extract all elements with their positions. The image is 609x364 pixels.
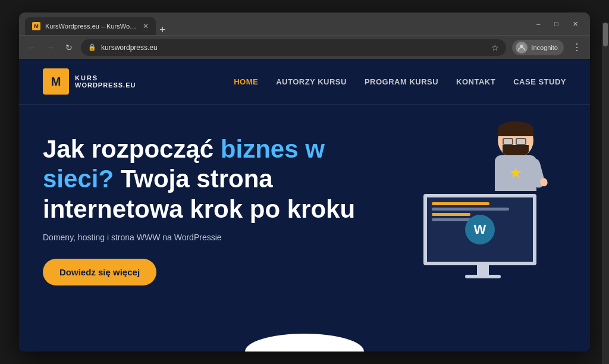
code-line-2 xyxy=(432,208,509,211)
refresh-button[interactable]: ↻ xyxy=(63,40,75,55)
logo[interactable]: M KURS WORDPRESS.EU xyxy=(43,68,136,95)
monitor-base xyxy=(465,275,501,278)
bottom-arc xyxy=(245,334,364,352)
logo-kurs: KURS xyxy=(75,74,136,81)
title-bar: M KursWordpress.eu – KursWordpr... ✕ + –… xyxy=(19,12,590,35)
url-bar[interactable]: 🔒 kurswordpress.eu ☆ xyxy=(81,39,506,56)
hero-subtext: Domeny, hosting i strona WWW na WordPres… xyxy=(43,233,376,242)
tab-strip: M KursWordpress.eu – KursWordpr... ✕ + xyxy=(25,12,526,35)
code-line-1 xyxy=(432,202,489,205)
nav-autorzy[interactable]: AUTORZY KURSU xyxy=(276,77,347,86)
hero-heading-part1: Jak rozpocząć xyxy=(43,135,221,163)
maximize-button[interactable]: □ xyxy=(548,18,564,30)
hero-heading: Jak rozpocząć biznes w sieci? Twoja stro… xyxy=(43,134,376,224)
site-nav: HOME AUTORZY KURSU PROGRAM KURSU KONTAKT… xyxy=(234,77,566,86)
site-header: M KURS WORDPRESS.EU HOME AUTORZY KURSU P… xyxy=(19,59,590,105)
url-text: kurswordpress.eu xyxy=(101,43,158,52)
logo-text: KURS WORDPRESS.EU xyxy=(75,74,136,89)
logo-wp: WORDPRESS.EU xyxy=(75,81,136,89)
hero-illustration: W xyxy=(376,123,554,289)
lock-icon: 🔒 xyxy=(88,43,96,51)
cta-button[interactable]: Dowiedz się więcej xyxy=(43,259,156,285)
address-bar: ← → ↻ 🔒 kurswordpress.eu ☆ Incognito ⋮ xyxy=(19,35,590,59)
website-content: M KURS WORDPRESS.EU HOME AUTORZY KURSU P… xyxy=(19,59,590,352)
wordpress-logo: W xyxy=(465,215,495,244)
incognito-label: Incognito xyxy=(531,44,558,51)
hero-section: Jak rozpocząć biznes w sieci? Twoja stro… xyxy=(19,105,590,352)
incognito-avatar xyxy=(516,42,528,54)
tab-title: KursWordpress.eu – KursWordpr... xyxy=(45,23,138,30)
nav-case-study[interactable]: CASE STUDY xyxy=(513,77,566,86)
glass-left xyxy=(503,138,513,145)
monitor: W xyxy=(423,194,542,283)
incognito-button[interactable]: Incognito xyxy=(512,40,564,55)
character-star xyxy=(510,167,522,179)
hero-text: Jak rozpocząć biznes w sieci? Twoja stro… xyxy=(43,128,376,285)
nav-program[interactable]: PROGRAM KURSU xyxy=(365,77,438,86)
character-head xyxy=(498,123,533,158)
code-line-3 xyxy=(432,213,470,216)
back-button[interactable]: ← xyxy=(25,41,38,54)
close-button[interactable]: ✕ xyxy=(567,18,584,30)
browser-menu-button[interactable]: ⋮ xyxy=(570,39,584,55)
character-hair xyxy=(498,121,533,136)
bookmark-icon[interactable]: ☆ xyxy=(491,43,499,52)
nav-kontakt[interactable]: KONTAKT xyxy=(456,77,495,86)
active-tab[interactable]: M KursWordpress.eu – KursWordpr... ✕ xyxy=(25,17,156,35)
nav-home[interactable]: HOME xyxy=(234,77,258,86)
glass-right xyxy=(516,138,526,145)
monitor-screen: W xyxy=(423,194,536,265)
monitor-stand xyxy=(477,265,489,275)
forward-button[interactable]: → xyxy=(44,41,57,54)
new-tab-button[interactable]: + xyxy=(156,24,169,35)
character-thumb xyxy=(539,177,548,187)
tab-favicon: M xyxy=(32,22,40,30)
minimize-button[interactable]: – xyxy=(530,18,546,30)
window-controls: – □ ✕ xyxy=(530,18,584,30)
character-glasses xyxy=(503,138,526,145)
browser-window: M KursWordpress.eu – KursWordpr... ✕ + –… xyxy=(19,12,590,352)
logo-icon: M xyxy=(43,68,69,95)
tab-close-button[interactable]: ✕ xyxy=(143,23,149,30)
